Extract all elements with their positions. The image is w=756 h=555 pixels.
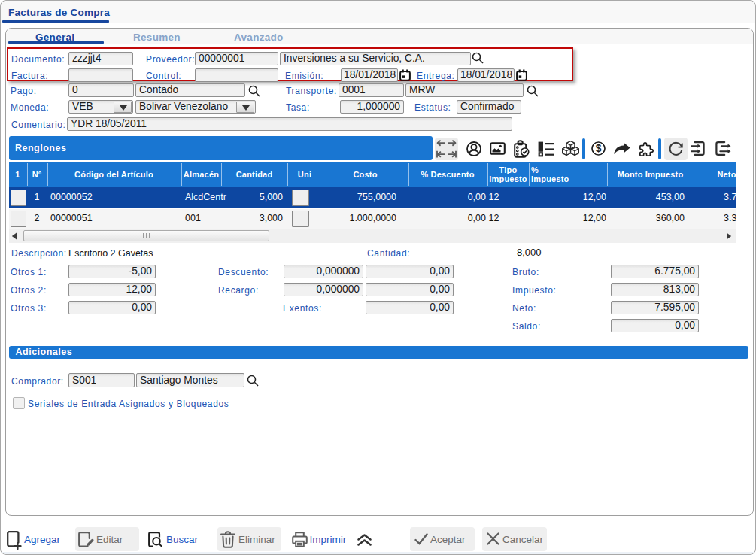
- svg-text:$: $: [596, 143, 602, 154]
